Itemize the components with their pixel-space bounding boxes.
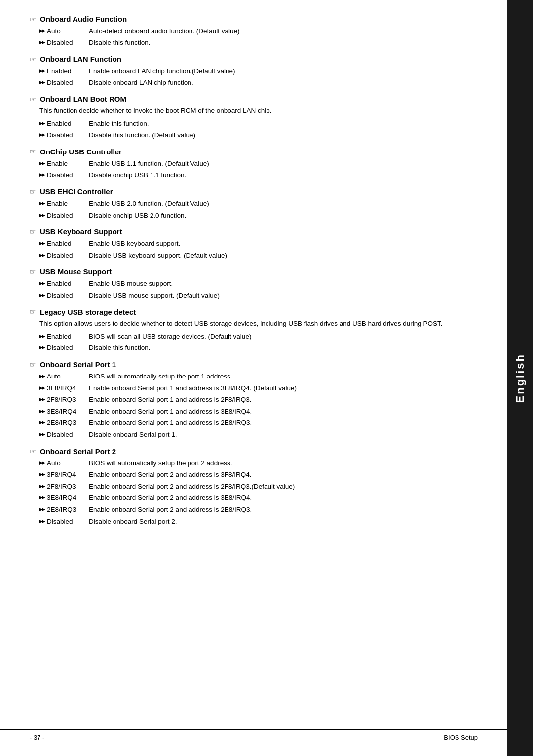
option-row: DisabledDisable USB keyboard support. (D… xyxy=(39,250,473,261)
section-usb-mouse-support: USB Mouse SupportEnabledEnable USB mouse… xyxy=(30,267,473,301)
option-row: DisabledDisable onboard LAN chip functio… xyxy=(39,77,473,88)
option-row: DisabledDisable this function. xyxy=(39,342,473,353)
section-usb-keyboard-support: USB Keyboard SupportEnabledEnable USB ke… xyxy=(30,227,473,261)
option-value: BIOS will automatically setup the port 2… xyxy=(89,458,473,469)
option-key: 2E8/IRQ3 xyxy=(39,417,89,428)
option-key: Disabled xyxy=(39,290,89,301)
main-content: Onboard Audio FunctionAutoAuto-detect on… xyxy=(0,0,507,756)
option-value: Enable USB 1.1 function. (Default Value) xyxy=(89,158,473,169)
option-row: DisabledDisable onboard Serial port 2. xyxy=(39,516,473,527)
section-title-legacy-usb-storage-detect: Legacy USB storage detect xyxy=(30,308,473,316)
option-row: 2F8/IRQ3Enable onboard Serial port 1 and… xyxy=(39,394,473,405)
page-number: - 37 - xyxy=(30,734,44,741)
option-key: Enabled xyxy=(39,118,89,129)
option-row: AutoBIOS will automatically setup the po… xyxy=(39,371,473,382)
option-row: 2E8/IRQ3Enable onboard Serial port 1 and… xyxy=(39,417,473,428)
option-value: Disable onchip USB 2.0 function. xyxy=(89,210,473,221)
option-row: 2E8/IRQ3Enable onboard Serial port 2 and… xyxy=(39,504,473,515)
option-key: Disabled xyxy=(39,429,89,440)
option-key: Enabled xyxy=(39,278,89,289)
section-onboard-audio-function: Onboard Audio FunctionAutoAuto-detect on… xyxy=(30,15,473,48)
option-row: DisabledDisable onboard Serial port 1. xyxy=(39,429,473,440)
option-value: Disable onboard LAN chip function. xyxy=(89,77,473,88)
section-title-onboard-lan-boot-rom: Onboard LAN Boot ROM xyxy=(30,95,473,103)
option-key: 2F8/IRQ3 xyxy=(39,394,89,405)
section-title-onboard-serial-port-1: Onboard Serial Port 1 xyxy=(30,360,473,369)
option-row: EnabledBIOS will scan all USB storage de… xyxy=(39,331,473,342)
section-title-usb-mouse-support: USB Mouse Support xyxy=(30,267,473,276)
option-key: Enabled xyxy=(39,331,89,342)
option-value: Disable onboard Serial port 2. xyxy=(89,516,473,527)
option-value: Disable USB keyboard support. (Default v… xyxy=(89,250,473,261)
option-value: Disable USB mouse support. (Default valu… xyxy=(89,290,473,301)
option-row: 3E8/IRQ4Enable onboard Serial port 1 and… xyxy=(39,406,473,417)
option-key: Disabled xyxy=(39,342,89,353)
option-row: 3F8/IRQ4Enable onboard Serial port 1 and… xyxy=(39,383,473,394)
section-title-usb-ehci-controller: USB EHCI Controller xyxy=(30,188,473,196)
option-key: Disabled xyxy=(39,250,89,261)
section-title-onboard-lan-function: Onboard LAN Function xyxy=(30,55,473,63)
option-value: Enable onboard Serial port 1 and address… xyxy=(89,394,473,405)
section-legacy-usb-storage-detect: Legacy USB storage detectThis option all… xyxy=(30,308,473,353)
footer: - 37 - BIOS Setup xyxy=(0,729,507,741)
section-onboard-serial-port-1: Onboard Serial Port 1AutoBIOS will autom… xyxy=(30,360,473,440)
option-key: Enabled xyxy=(39,238,89,249)
option-key: Enabled xyxy=(39,66,89,76)
option-value: BIOS will automatically setup the port 1… xyxy=(89,371,473,382)
option-key: 2E8/IRQ3 xyxy=(39,504,89,515)
option-key: Disabled xyxy=(39,130,89,141)
option-value: Disable this function. xyxy=(89,342,473,353)
option-value: Enable USB keyboard support. xyxy=(89,238,473,249)
option-value: Disable onchip USB 1.1 function. xyxy=(89,170,473,181)
option-row: AutoBIOS will automatically setup the po… xyxy=(39,458,473,469)
section-title-onchip-usb-controller: OnChip USB Controller xyxy=(30,148,473,156)
footer-right: BIOS Setup xyxy=(444,734,478,741)
option-row: DisabledDisable USB mouse support. (Defa… xyxy=(39,290,473,301)
option-key: 3F8/IRQ4 xyxy=(39,469,89,480)
option-row: EnableEnable USB 2.0 function. (Default … xyxy=(39,198,473,209)
option-row: EnabledEnable USB mouse support. xyxy=(39,278,473,289)
page: Onboard Audio FunctionAutoAuto-detect on… xyxy=(0,0,533,756)
option-value: Auto-detect onboard audio function. (Def… xyxy=(89,26,473,37)
option-row: EnabledEnable USB keyboard support. xyxy=(39,238,473,249)
option-row: DisabledDisable onchip USB 1.1 function. xyxy=(39,170,473,181)
option-value: Enable onboard LAN chip function.(Defaul… xyxy=(89,66,473,76)
option-value: Enable onboard Serial port 2 and address… xyxy=(89,504,473,515)
section-onboard-serial-port-2: Onboard Serial Port 2AutoBIOS will autom… xyxy=(30,447,473,527)
option-key: Disabled xyxy=(39,210,89,221)
section-onchip-usb-controller: OnChip USB ControllerEnableEnable USB 1.… xyxy=(30,148,473,181)
sidebar: English xyxy=(507,0,533,756)
option-key: Disabled xyxy=(39,38,89,48)
section-usb-ehci-controller: USB EHCI ControllerEnableEnable USB 2.0 … xyxy=(30,188,473,221)
section-title-usb-keyboard-support: USB Keyboard Support xyxy=(30,227,473,236)
option-key: 3F8/IRQ4 xyxy=(39,383,89,394)
option-row: DisabledDisable this function. (Default … xyxy=(39,130,473,141)
option-row: EnabledEnable this function. xyxy=(39,118,473,129)
option-row: EnableEnable USB 1.1 function. (Default … xyxy=(39,158,473,169)
option-value: Enable onboard Serial port 2 and address… xyxy=(89,492,473,503)
option-key: 3E8/IRQ4 xyxy=(39,492,89,503)
option-value: Enable USB mouse support. xyxy=(89,278,473,289)
option-row: AutoAuto-detect onboard audio function. … xyxy=(39,26,473,37)
option-value: Enable this function. xyxy=(89,118,473,129)
option-value: Enable onboard Serial port 2 and address… xyxy=(89,481,473,492)
section-desc-onboard-lan-boot-rom: This function decide whether to invoke t… xyxy=(39,106,473,115)
option-value: Enable onboard Serial port 2 and address… xyxy=(89,469,473,480)
option-row: 3F8/IRQ4Enable onboard Serial port 2 and… xyxy=(39,469,473,480)
option-row: DisabledDisable onchip USB 2.0 function. xyxy=(39,210,473,221)
option-key: Enable xyxy=(39,158,89,169)
option-row: 3E8/IRQ4Enable onboard Serial port 2 and… xyxy=(39,492,473,503)
option-key: Auto xyxy=(39,26,89,37)
option-row: DisabledDisable this function. xyxy=(39,38,473,48)
option-key: 3E8/IRQ4 xyxy=(39,406,89,417)
option-value: Disable onboard Serial port 1. xyxy=(89,429,473,440)
option-value: Enable onboard Serial port 1 and address… xyxy=(89,383,473,394)
option-row: 2F8/IRQ3Enable onboard Serial port 2 and… xyxy=(39,481,473,492)
option-key: Disabled xyxy=(39,516,89,527)
option-key: Auto xyxy=(39,371,89,382)
section-onboard-lan-boot-rom: Onboard LAN Boot ROMThis function decide… xyxy=(30,95,473,140)
section-title-onboard-audio-function: Onboard Audio Function xyxy=(30,15,473,23)
option-key: Disabled xyxy=(39,170,89,181)
option-value: Enable USB 2.0 function. (Default Value) xyxy=(89,198,473,209)
option-value: Disable this function. xyxy=(89,38,473,48)
